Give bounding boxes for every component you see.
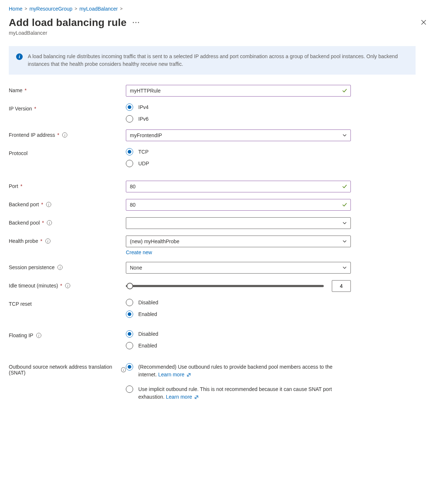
required-mark: * [20, 183, 22, 189]
port-input[interactable] [126, 181, 351, 192]
learn-more-link[interactable]: Learn more [158, 372, 191, 377]
radio-icon [126, 148, 133, 155]
radio-icon [126, 104, 133, 111]
label-idle-timeout: Idle timeout (minutes) [9, 283, 58, 289]
label-port: Port [9, 183, 18, 189]
label-backend-port: Backend port [9, 202, 39, 207]
external-link-icon [187, 373, 191, 377]
info-icon[interactable]: i [45, 238, 50, 244]
learn-more-link[interactable]: Learn more [166, 394, 199, 400]
required-mark: * [34, 106, 36, 112]
radio-icon [126, 385, 133, 393]
radio-icon [126, 311, 133, 318]
label-snat: Outbound source network address translat… [9, 364, 118, 376]
radio-tcp-reset-enabled[interactable]: Enabled [126, 310, 351, 318]
info-icon[interactable]: i [36, 333, 41, 338]
breadcrumb: Home > myResourceGroup > myLoadBalancer … [9, 6, 430, 12]
info-banner: i A load balancing rule distributes inco… [9, 46, 416, 75]
label-floating-ip: Floating IP [9, 332, 33, 338]
radio-udp[interactable]: UDP [126, 159, 351, 168]
breadcrumb-home[interactable]: Home [9, 6, 22, 12]
radio-icon [126, 115, 133, 123]
label-protocol: Protocol [9, 150, 27, 156]
idle-timeout-slider[interactable] [126, 285, 324, 287]
page-subtitle: myLoadBalancer [9, 30, 140, 36]
label-ip-version: IP Version [9, 106, 32, 112]
radio-ipv6[interactable]: IPv6 [126, 115, 351, 123]
radio-icon [126, 342, 133, 349]
name-input[interactable] [126, 85, 351, 97]
label-frontend-ip: Frontend IP address [9, 132, 55, 138]
backend-port-input[interactable] [126, 199, 351, 211]
label-health-probe: Health probe [9, 238, 38, 244]
label-name: Name [9, 87, 22, 93]
radio-icon [126, 299, 133, 306]
label-backend-pool: Backend pool [9, 220, 40, 226]
radio-icon [126, 363, 133, 371]
info-icon[interactable]: i [57, 265, 63, 270]
backend-pool-select[interactable] [126, 217, 351, 229]
create-new-health-probe-link[interactable]: Create new [126, 249, 152, 255]
info-icon[interactable]: i [121, 367, 126, 372]
radio-snat-implicit[interactable]: Use implicit outbound rule. This is not … [126, 385, 338, 401]
radio-icon [126, 330, 133, 338]
chevron-down-icon [342, 266, 347, 270]
page-title: Add load balancing rule ··· [9, 17, 140, 29]
chevron-right-icon: > [75, 6, 77, 11]
radio-floating-ip-enabled[interactable]: Enabled [126, 342, 351, 350]
radio-snat-outbound-rules[interactable]: (Recommended) Use outbound rules to prov… [126, 363, 338, 379]
radio-ipv4[interactable]: IPv4 [126, 103, 351, 111]
chevron-right-icon: > [120, 6, 123, 11]
required-mark: * [42, 220, 44, 226]
radio-floating-ip-disabled[interactable]: Disabled [126, 330, 351, 338]
info-icon[interactable]: i [47, 220, 52, 225]
radio-icon [126, 160, 133, 167]
label-tcp-reset: TCP reset [9, 301, 32, 307]
info-icon: i [16, 53, 23, 60]
required-mark: * [25, 87, 26, 93]
required-mark: * [41, 202, 43, 207]
breadcrumb-load-balancer[interactable]: myLoadBalancer [79, 6, 118, 12]
chevron-right-icon: > [25, 6, 27, 11]
info-icon[interactable]: i [62, 132, 67, 138]
health-probe-select[interactable]: (new) myHealthProbe [126, 236, 351, 247]
info-icon[interactable]: i [65, 283, 70, 288]
session-persistence-select[interactable]: None [126, 262, 351, 274]
info-icon[interactable]: i [46, 202, 51, 207]
info-text: A load balancing rule distributes incomi… [28, 53, 408, 68]
required-mark: * [40, 238, 42, 244]
slider-thumb[interactable] [127, 283, 133, 289]
chevron-down-icon [342, 133, 347, 138]
label-session-persistence: Session persistence [9, 264, 55, 270]
close-button[interactable] [417, 17, 430, 29]
frontend-ip-select[interactable]: myFrontendIP [126, 129, 351, 141]
radio-tcp-reset-disabled[interactable]: Disabled [126, 298, 351, 306]
chevron-down-icon [342, 221, 347, 225]
external-link-icon [194, 395, 199, 399]
more-actions-button[interactable]: ··· [132, 19, 140, 27]
radio-tcp[interactable]: TCP [126, 148, 351, 156]
breadcrumb-resource-group[interactable]: myResourceGroup [29, 6, 72, 12]
chevron-down-icon [342, 239, 347, 244]
required-mark: * [60, 283, 62, 289]
idle-timeout-input[interactable] [332, 280, 351, 292]
required-mark: * [57, 132, 59, 138]
